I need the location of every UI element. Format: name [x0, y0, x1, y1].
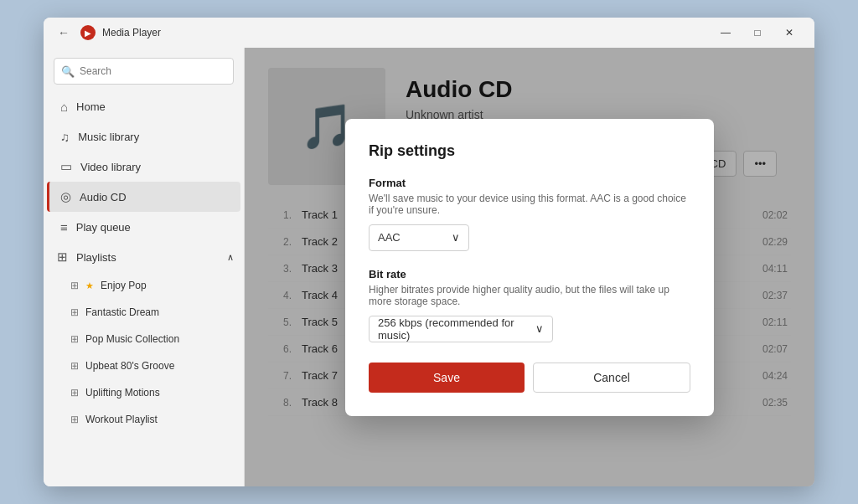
format-select[interactable]: AAC ∨: [369, 224, 469, 251]
playlist-icon: ⊞: [70, 414, 79, 425]
cd-icon: ◎: [60, 189, 71, 204]
playlist-icon: ⊞: [70, 360, 79, 372]
playlist-icon: ⊞: [70, 280, 79, 291]
playlist-uplifting-label: Uplifting Motions: [85, 387, 160, 399]
cancel-button[interactable]: Cancel: [533, 363, 690, 393]
titlebar: ← ▶ Media Player — □ ✕: [44, 18, 814, 48]
chevron-down-icon: ∨: [535, 322, 544, 335]
app-logo: ▶: [80, 25, 96, 40]
playlists-section[interactable]: ⊞ Playlists ∧: [44, 242, 244, 272]
sidebar: 🔍 ⌂ Home ♫ Music library ▭ Video library…: [44, 48, 245, 486]
window-body: 🔍 ⌂ Home ♫ Music library ▭ Video library…: [44, 48, 814, 486]
playlist-icon: ⊞: [70, 387, 79, 399]
format-value: AAC: [378, 231, 401, 244]
playlist-item-enjoy-pop[interactable]: ⊞ ★ Enjoy Pop: [44, 272, 244, 299]
playlist-workout-label: Workout Playlist: [85, 414, 158, 425]
playlist-upbeat-label: Upbeat 80's Groove: [85, 360, 174, 372]
playlist-item-uplifting-motions[interactable]: ⊞ Uplifting Motions: [44, 379, 244, 406]
bitrate-desc: Higher bitrates provide higher quality a…: [369, 284, 690, 307]
playlist-pop-collection-label: Pop Music Collection: [85, 333, 179, 345]
playlist-fantastic-dream-label: Fantastic Dream: [85, 306, 159, 318]
playlists-label: Playlists: [76, 251, 116, 264]
star-icon: ★: [85, 280, 94, 291]
video-icon: ▭: [60, 159, 72, 174]
music-icon: ♫: [60, 130, 70, 144]
bitrate-select[interactable]: 256 kbps (recommended for music) ∨: [369, 316, 553, 342]
playlist-icon: ⊞: [70, 306, 79, 318]
sidebar-cd-label: Audio CD: [80, 191, 127, 203]
bitrate-label: Bit rate: [369, 268, 690, 280]
queue-icon: ≡: [60, 220, 68, 234]
app-window: ← ▶ Media Player — □ ✕ 🔍 ⌂ Home ♫ Music …: [44, 18, 814, 486]
playlist-enjoy-pop-label: Enjoy Pop: [101, 280, 147, 291]
app-title: Media Player: [102, 27, 161, 39]
sidebar-queue-label: Play queue: [76, 221, 131, 234]
maximize-button[interactable]: □: [742, 21, 773, 44]
chevron-down-icon: ∨: [452, 231, 460, 244]
playlist-item-upbeat-80s[interactable]: ⊞ Upbeat 80's Groove: [44, 352, 244, 379]
sidebar-video-label: Video library: [80, 161, 141, 173]
sidebar-item-audio-cd[interactable]: ◎ Audio CD: [47, 182, 240, 212]
search-input[interactable]: [80, 65, 226, 77]
rip-settings-dialog: Rip settings Format We'll save music to …: [345, 119, 714, 416]
home-icon: ⌂: [60, 100, 68, 114]
sidebar-item-video-library[interactable]: ▭ Video library: [47, 152, 240, 182]
main-content: 🎵 Audio CD Unknown artist 10 tracks • 29…: [245, 48, 814, 486]
sidebar-item-music-library[interactable]: ♫ Music library: [47, 121, 240, 152]
dialog-actions: Save Cancel: [369, 363, 690, 393]
format-desc: We'll save music to your device using th…: [369, 193, 690, 216]
bitrate-value: 256 kbps (recommended for music): [378, 316, 535, 342]
titlebar-left: ← ▶ Media Player: [54, 23, 161, 43]
dialog-overlay: Rip settings Format We'll save music to …: [245, 48, 814, 486]
playlists-icon: ⊞: [57, 249, 68, 265]
playlist-item-fantastic-dream[interactable]: ⊞ Fantastic Dream: [44, 299, 244, 326]
sidebar-item-play-queue[interactable]: ≡ Play queue: [47, 212, 240, 242]
back-button[interactable]: ←: [54, 23, 74, 43]
sidebar-music-label: Music library: [78, 131, 139, 143]
search-box[interactable]: 🔍: [54, 58, 234, 85]
dialog-title: Rip settings: [369, 142, 690, 160]
search-icon: 🔍: [61, 65, 75, 78]
chevron-up-icon: ∧: [227, 252, 234, 263]
playlist-icon: ⊞: [70, 333, 79, 345]
sidebar-home-label: Home: [76, 100, 106, 113]
playlist-item-pop-music-collection[interactable]: ⊞ Pop Music Collection: [44, 326, 244, 352]
sidebar-item-home[interactable]: ⌂ Home: [47, 91, 240, 121]
save-button[interactable]: Save: [369, 363, 525, 393]
format-label: Format: [369, 177, 690, 189]
window-controls: — □ ✕: [711, 21, 804, 44]
minimize-button[interactable]: —: [711, 21, 741, 44]
close-button[interactable]: ✕: [774, 21, 804, 44]
playlist-item-workout[interactable]: ⊞ Workout Playlist: [44, 406, 244, 433]
